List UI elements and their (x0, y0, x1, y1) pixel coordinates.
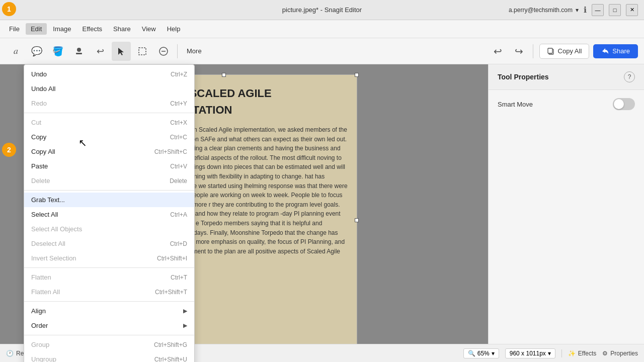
marquee-tool-button[interactable] (133, 42, 152, 61)
dropdown-shortcut: Ctrl+D (170, 240, 187, 247)
undo-button[interactable]: ↩ (489, 42, 508, 61)
blur-tool-button[interactable] (154, 42, 173, 61)
account-area[interactable]: a.perry@techsmith.com ▾ (509, 7, 579, 14)
menu-bar: File Edit Image Effects Share View Help (0, 20, 644, 38)
search-icon: 🔍 (468, 350, 475, 357)
dropdown-item-label: Paste (31, 162, 48, 170)
arrow-tool-button[interactable]: ↩ (91, 42, 110, 61)
dropdown-shortcut: Ctrl+Shift+I (157, 255, 187, 262)
dropdown-item-label: Cut (31, 119, 41, 126)
dropdown-shortcut: Ctrl+Shift+U (154, 356, 187, 363)
dropdown-item-label: Select All Objects (31, 225, 82, 233)
dropdown-item-order[interactable]: Order▶ (24, 318, 194, 333)
smart-move-toggle[interactable] (613, 98, 635, 110)
menu-share[interactable]: Share (108, 23, 136, 35)
dropdown-item-select-all[interactable]: Select AllCtrl+A (24, 207, 194, 222)
tool-properties-header: Tool Properties ? (489, 64, 644, 90)
toggle-knob (614, 99, 624, 109)
dropdown-shortcut: Delete (170, 177, 187, 185)
share-label: Share (612, 47, 630, 55)
dropdown-item-undo-all[interactable]: Undo All (24, 81, 194, 96)
close-button[interactable]: ✕ (626, 4, 638, 16)
dropdown-shortcut: Ctrl+Z (171, 71, 187, 78)
dimensions-button[interactable]: 960 x 1011px ▾ (505, 348, 555, 358)
help-button[interactable]: ? (624, 71, 635, 82)
dropdown-item-label: Flatten (31, 274, 51, 281)
dropdown-item-label: Copy (31, 133, 46, 141)
selection-handle-tr[interactable] (355, 73, 359, 77)
title-bar: ☰ picture.jpeg* - Snagit Editor a.perry@… (0, 0, 644, 20)
info-icon[interactable]: ℹ (584, 5, 587, 15)
maximize-button[interactable]: □ (609, 4, 621, 16)
dropdown-item-label: Undo (31, 70, 47, 78)
submenu-arrow-icon: ▶ (183, 322, 187, 329)
text-tool-button[interactable]: 𝑎 (6, 42, 25, 61)
zoom-label: 65% (477, 350, 490, 357)
effects-button[interactable]: ✨ Effects (568, 350, 596, 357)
search-zoom-button[interactable]: 🔍 65% ▾ (463, 348, 499, 358)
selection-handle-tm[interactable] (222, 73, 226, 77)
selection-handle-mr[interactable] (355, 218, 359, 222)
dimensions-label: 960 x 1011px (510, 350, 546, 357)
dropdown-item-label: Group (31, 341, 49, 348)
redo-button[interactable]: ↪ (510, 42, 529, 61)
menu-edit[interactable]: Edit (26, 23, 47, 35)
dropdown-item-copy-all[interactable]: Copy AllCtrl+Shift+C (24, 144, 194, 159)
dropdown-shortcut: Ctrl+V (170, 163, 187, 170)
dropdown-shortcut: Ctrl+Shift+T (155, 289, 187, 296)
dropdown-item-align[interactable]: Align▶ (24, 304, 194, 318)
dropdown-item-label: Invert Selection (31, 254, 76, 262)
dropdown-item-group: GroupCtrl+Shift+G (24, 337, 194, 352)
dropdown-separator-18 (24, 301, 194, 302)
copy-icon (547, 47, 555, 55)
minimize-button[interactable]: — (592, 4, 604, 16)
toolbar: 𝑎 💬 🪣 ↩ More ↩ ↪ Copy All (0, 38, 644, 64)
menu-image[interactable]: Image (48, 23, 76, 35)
menu-effects[interactable]: Effects (77, 23, 108, 35)
copy-all-label: Copy All (558, 47, 582, 55)
status-sep-2 (561, 349, 562, 357)
smart-move-row: Smart Move (489, 90, 644, 118)
dropdown-item-undo[interactable]: UndoCtrl+Z (24, 67, 194, 81)
select-tool-button[interactable] (112, 42, 131, 61)
menu-help[interactable]: Help (162, 23, 186, 35)
tool-properties-title: Tool Properties (498, 73, 549, 81)
share-button[interactable]: Share (593, 44, 638, 58)
dropdown-item-invert-selection: Invert SelectionCtrl+Shift+I (24, 251, 194, 265)
clock-icon: 🕐 (6, 350, 14, 357)
smart-move-label: Smart Move (498, 101, 533, 108)
dropdown-shortcut: Ctrl+C (170, 134, 187, 141)
properties-button[interactable]: ⚙ Properties (602, 350, 638, 357)
dropdown-separator-9 (24, 190, 194, 191)
dropdown-shortcut: Ctrl+X (170, 119, 187, 126)
dropdown-item-ungroup: UngroupCtrl+Shift+U (24, 352, 194, 362)
properties-icon: ⚙ (602, 350, 608, 357)
dropdown-item-delete: DeleteDelete (24, 173, 194, 188)
dropdown-item-label: Redo (31, 100, 47, 107)
status-right: 🔍 65% ▾ 960 x 1011px ▾ ✨ Effects ⚙ Prope… (463, 348, 638, 358)
edit-dropdown-menu: UndoCtrl+ZUndo AllRedoCtrl+YCutCtrl+XCop… (24, 64, 195, 362)
account-email: a.perry@techsmith.com (509, 7, 573, 14)
dropdown-item-grab-text...[interactable]: Grab Text... (24, 193, 194, 207)
dropdown-item-label: Flatten All (31, 288, 60, 296)
dropdown-item-flatten-all: Flatten AllCtrl+Shift+T (24, 285, 194, 299)
dropdown-item-label: Align (31, 307, 46, 315)
dropdown-item-label: Grab Text... (31, 196, 65, 204)
dropdown-item-label: Delete (31, 177, 50, 185)
dropdown-item-label: Order (31, 322, 48, 329)
dropdown-item-copy[interactable]: CopyCtrl+C (24, 130, 194, 144)
copy-all-button[interactable]: Copy All (539, 44, 590, 59)
dropdown-item-paste[interactable]: PasteCtrl+V (24, 159, 194, 173)
chevron-down-icon: ▾ (576, 7, 579, 14)
dropdown-item-cut: CutCtrl+X (24, 115, 194, 130)
effects-icon: ✨ (568, 350, 576, 357)
menu-file[interactable]: File (4, 23, 25, 35)
more-button[interactable]: More (182, 45, 207, 57)
stamp-tool-button[interactable] (69, 42, 89, 61)
menu-view[interactable]: View (137, 23, 161, 35)
toolbar-sep-2 (533, 44, 533, 58)
dropdown-item-flatten: FlattenCtrl+T (24, 270, 194, 285)
window-title: picture.jpeg* - Snagit Editor (282, 6, 362, 14)
fill-tool-button[interactable]: 🪣 (48, 42, 67, 61)
callout-tool-button[interactable]: 💬 (27, 42, 46, 61)
